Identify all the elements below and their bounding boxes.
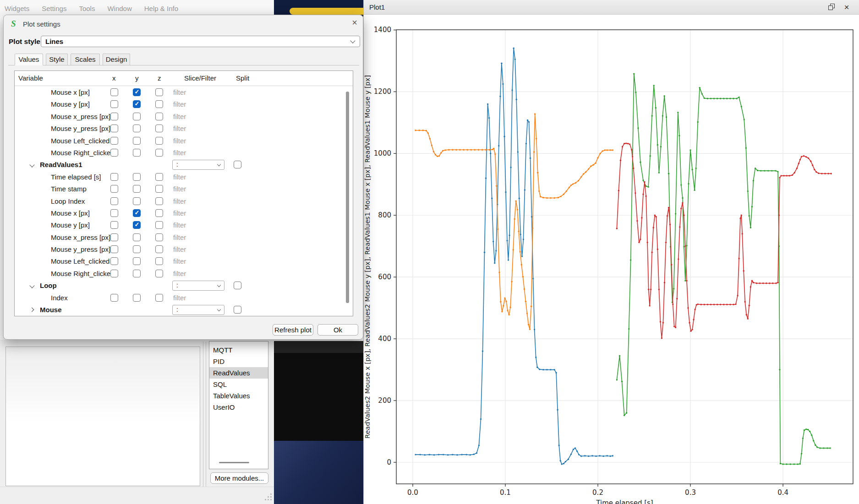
filter-input[interactable]: filter (173, 113, 186, 120)
panel-splitter[interactable] (203, 341, 206, 487)
x-checkbox[interactable] (110, 100, 118, 108)
y-checkbox[interactable] (133, 149, 141, 157)
menu-item-widgets[interactable]: Widgets (5, 5, 29, 12)
slice-dropdown[interactable]: : (172, 160, 224, 170)
z-checkbox[interactable] (155, 294, 163, 302)
y-checkbox[interactable] (133, 88, 141, 96)
tab-values[interactable]: Values (15, 54, 43, 65)
z-checkbox[interactable] (155, 257, 163, 265)
expand-icon[interactable] (30, 308, 34, 312)
close-window-icon[interactable]: × (842, 3, 852, 12)
refresh-plot-button[interactable]: Refresh plot (273, 324, 313, 336)
z-checkbox[interactable] (155, 209, 163, 217)
x-checkbox[interactable] (110, 245, 118, 253)
y-checkbox[interactable] (133, 233, 141, 241)
restore-window-icon[interactable] (827, 3, 837, 12)
x-checkbox[interactable] (110, 88, 118, 96)
module-item-sql[interactable]: SQL (209, 379, 268, 390)
z-checkbox[interactable] (155, 185, 163, 193)
filter-input[interactable]: filter (173, 100, 186, 108)
filter-input[interactable]: filter (173, 149, 186, 157)
collapse-icon[interactable] (29, 283, 34, 288)
module-item-tablevalues[interactable]: TableValues (209, 390, 268, 401)
z-checkbox[interactable] (155, 173, 163, 181)
y-checkbox[interactable] (133, 113, 141, 120)
menu-item-settings[interactable]: Settings (42, 5, 66, 12)
z-checkbox[interactable] (155, 88, 163, 96)
module-item-pid[interactable]: PID (209, 356, 268, 367)
z-checkbox[interactable] (155, 149, 163, 157)
filter-input[interactable]: filter (173, 221, 186, 229)
tab-scales[interactable]: Scales (71, 54, 100, 65)
x-checkbox[interactable] (110, 173, 118, 181)
filter-input[interactable]: filter (173, 137, 186, 145)
y-checkbox[interactable] (133, 270, 141, 277)
x-checkbox[interactable] (110, 185, 118, 193)
module-item-mqtt[interactable]: MQTT (209, 344, 268, 356)
z-checkbox[interactable] (155, 100, 163, 108)
x-checkbox[interactable] (110, 257, 118, 265)
z-checkbox[interactable] (155, 233, 163, 241)
x-checkbox[interactable] (110, 233, 118, 241)
y-checkbox[interactable] (133, 221, 141, 229)
ok-button[interactable]: Ok (317, 324, 358, 336)
y-checkbox[interactable] (133, 100, 141, 108)
filter-input[interactable]: filter (173, 209, 186, 217)
y-checkbox[interactable] (133, 185, 141, 193)
x-checkbox[interactable] (110, 125, 118, 132)
y-checkbox[interactable] (133, 245, 141, 253)
filter-input[interactable]: filter (173, 233, 186, 241)
slice-dropdown[interactable]: : (172, 281, 224, 291)
menu-item-help-info[interactable]: Help & Info (144, 5, 178, 12)
z-checkbox[interactable] (155, 137, 163, 145)
modules-list[interactable]: MQTTPIDReadValuesSQLTableValuesUserIO (209, 341, 268, 469)
filter-input[interactable]: filter (173, 88, 186, 96)
z-checkbox[interactable] (155, 125, 163, 132)
split-checkbox[interactable] (234, 161, 241, 168)
y-checkbox[interactable] (133, 257, 141, 265)
module-item-readvalues[interactable]: ReadValues (209, 367, 268, 379)
x-checkbox[interactable] (110, 197, 118, 205)
plot-style-dropdown[interactable]: Lines (41, 36, 360, 47)
more-modules-button[interactable]: More modules... (210, 472, 268, 484)
x-checkbox[interactable] (110, 221, 118, 229)
filter-input[interactable]: filter (173, 257, 186, 265)
menu-item-window[interactable]: Window (107, 5, 131, 12)
split-checkbox[interactable] (234, 306, 241, 314)
resize-grip-icon[interactable] (265, 493, 272, 501)
menu-item-tools[interactable]: Tools (79, 5, 95, 12)
filter-input[interactable]: filter (173, 270, 186, 277)
filter-input[interactable]: filter (173, 294, 186, 302)
filter-input[interactable]: filter (173, 197, 186, 205)
table-scrollbar[interactable] (346, 92, 349, 303)
y-checkbox[interactable] (133, 137, 141, 145)
x-checkbox[interactable] (110, 149, 118, 157)
filter-input[interactable]: filter (173, 125, 186, 132)
filter-input[interactable]: filter (173, 173, 186, 181)
collapse-icon[interactable] (29, 163, 34, 168)
y-checkbox[interactable] (133, 209, 141, 217)
x-checkbox[interactable] (110, 270, 118, 277)
split-checkbox[interactable] (234, 282, 241, 289)
plot-window-titlebar[interactable]: Plot1 × (364, 0, 859, 15)
slice-dropdown[interactable]: : (172, 305, 224, 315)
z-checkbox[interactable] (155, 270, 163, 277)
z-checkbox[interactable] (155, 113, 163, 120)
y-checkbox[interactable] (133, 294, 141, 302)
module-item-userio[interactable]: UserIO (209, 401, 268, 413)
x-checkbox[interactable] (110, 137, 118, 145)
z-checkbox[interactable] (155, 221, 163, 229)
y-checkbox[interactable] (133, 125, 141, 132)
x-checkbox[interactable] (110, 294, 118, 302)
y-checkbox[interactable] (133, 197, 141, 205)
y-checkbox[interactable] (133, 173, 141, 181)
close-dialog-icon[interactable]: × (348, 17, 361, 29)
filter-input[interactable]: filter (173, 245, 186, 253)
z-checkbox[interactable] (155, 245, 163, 253)
tab-design[interactable]: Design (103, 54, 130, 65)
x-checkbox[interactable] (110, 209, 118, 217)
filter-input[interactable]: filter (173, 185, 186, 193)
z-checkbox[interactable] (155, 197, 163, 205)
x-checkbox[interactable] (110, 113, 118, 120)
modules-list-drag-handle[interactable] (219, 462, 249, 463)
